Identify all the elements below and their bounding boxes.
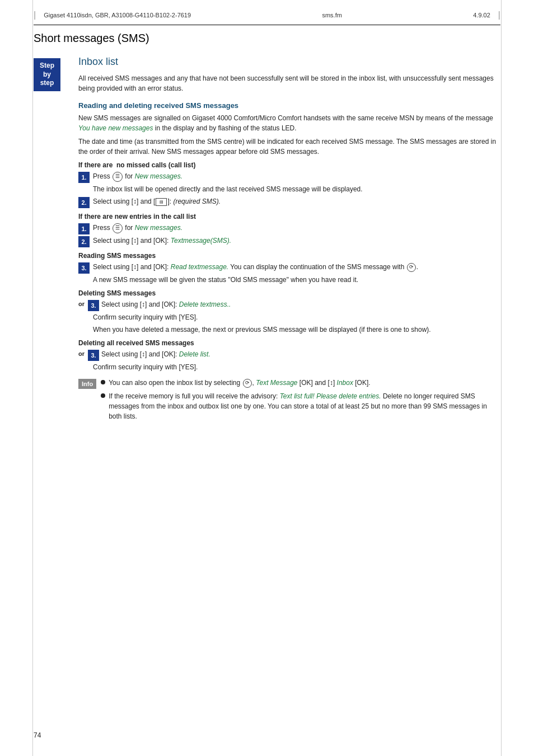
read-textmessage: Read textmessage.: [171, 263, 228, 271]
step-badge: Step by step: [34, 58, 60, 91]
info-bullet-2-text: If the receive memory is full you will r…: [109, 391, 500, 421]
new-entries-heading: If there are new entries in the call lis…: [78, 213, 500, 220]
step-1a-badge: 1.: [78, 172, 90, 183]
para1-end: in the display and by flashing of the st…: [153, 124, 296, 132]
deleting-all-sms-block: Deleting all received SMS messages or 3.…: [78, 339, 500, 372]
menu-icon-1b: ☰: [113, 223, 123, 233]
step-badge-line3: step: [39, 79, 55, 88]
step-2b-badge: 2.: [78, 236, 90, 247]
step3-row-reading: 3. Select using [↕] and [OK]: Read textm…: [78, 262, 500, 274]
new-messages-1b: New messages.: [135, 224, 182, 232]
or-label-delete-all: or: [78, 349, 85, 357]
bullet-dot-2: [101, 393, 105, 398]
reading-sms-para: A new SMS message will be given the stat…: [93, 275, 500, 285]
info-bullet-2: If the receive memory is full you will r…: [101, 391, 500, 421]
nav-icon-info: ⟳: [243, 379, 252, 388]
para1-text: New SMS messages are signalled on Gigase…: [78, 114, 493, 122]
text-list-full: Text list full! Please delete entries.: [280, 392, 381, 400]
step-3-delete-all-badge: 3.: [88, 350, 99, 361]
step2-row-a: 2. Select using [↕] and [▤]: (required S…: [78, 196, 500, 208]
text-message-info: Text Message: [256, 379, 297, 387]
page-title: Short messages (SMS): [34, 32, 500, 45]
reading-sms-heading: Reading SMS messages: [78, 252, 500, 260]
info-bullet-1-text: You can also open the inbox list by sele…: [109, 378, 370, 388]
content-area: Inbox list All received SMS messages and…: [73, 56, 500, 425]
delete-all-confirm: Confirm security inquiry with [YES].: [93, 362, 500, 372]
new-messages-1a: New messages.: [135, 172, 182, 180]
header-left: | Gigaset 4110isdn, GBR, A31008-G4110-B1…: [34, 10, 191, 20]
page-wrapper: | Gigaset 4110isdn, GBR, A31008-G4110-B1…: [0, 0, 534, 756]
menu-icon-1a: ☰: [113, 172, 123, 182]
no-missed-calls-block: If there are no missed calls (call list)…: [78, 161, 500, 208]
page-title-area: Short messages (SMS): [0, 25, 534, 45]
deleting-sms-block: Deleting SMS messages or 3. Select using…: [78, 289, 500, 335]
step-3-delete-text: Select using [↕] and [OK]: Delete textme…: [101, 299, 231, 309]
textmessage-sms: Textmessage(SMS).: [171, 237, 231, 245]
step-3-reading-text: Select using [↕] and [OK]: Read textmess…: [93, 262, 418, 272]
or-step3-row-delete: or 3. Select using [↕] and [OK]: Delete …: [78, 299, 500, 311]
info-bullet-1: You can also open the inbox list by sele…: [101, 378, 500, 388]
deleting-sms-heading: Deleting SMS messages: [78, 289, 500, 297]
step-2a-badge: 2.: [78, 197, 90, 208]
no-missed-calls-heading: If there are no missed calls (call list): [78, 161, 500, 169]
header-date: 4.9.02: [473, 12, 490, 18]
step-3-delete-badge: 3.: [88, 300, 99, 311]
step1-row-a: 1. Press ☰ for New messages.: [78, 171, 500, 183]
step-2a-text: Select using [↕] and [▤]: (required SMS)…: [93, 196, 221, 206]
info-content: You can also open the inbox list by sele…: [101, 378, 500, 425]
nav-icon-reading: ⟳: [407, 263, 416, 272]
main-content: Step by step Inbox list All received SMS…: [0, 45, 534, 447]
step1-row-b: 1. Press ☰ for New messages.: [78, 223, 500, 234]
inbox-info: Inbox: [337, 379, 353, 387]
header-product: Gigaset 4110isdn, GBR, A31008-G4110-B102…: [44, 12, 191, 18]
step-3-delete-all-text: Select using [↕] and [OK]: Delete list.: [101, 349, 210, 359]
or-label-delete: or: [78, 299, 85, 307]
delete-textmess: Delete textmess..: [179, 300, 231, 308]
step-badge-line2: by: [39, 71, 55, 79]
step2-row-b: 2. Select using [↕] and [OK]: Textmessag…: [78, 236, 500, 247]
step-1a-subtext: The inbox list will be opened directly a…: [93, 184, 500, 194]
para2: The date and time (as transmitted from t…: [78, 137, 500, 157]
new-entries-block: If there are new entries in the call lis…: [78, 213, 500, 247]
deleting-all-sms-heading: Deleting all received SMS messages: [78, 339, 500, 347]
step-1b-badge: 1.: [78, 223, 90, 234]
delete-confirm-line2: When you have deleted a message, the nex…: [93, 325, 500, 335]
step-1b-text: Press ☰ for New messages.: [93, 223, 182, 233]
or-step3-row-delete-all: or 3. Select using [↕] and [OK]: Delete …: [78, 349, 500, 361]
step-3-reading-badge: 3.: [78, 262, 90, 274]
header-filename: sms.fm: [322, 12, 341, 18]
page-number: 74: [34, 731, 41, 739]
reading-sms-block: Reading SMS messages 3. Select using [↕]…: [78, 252, 500, 285]
intro-paragraph: All received SMS messages and any that h…: [78, 73, 500, 93]
step-1a-text: Press ☰ for New messages.: [93, 171, 182, 182]
para1-italic: You have new messages: [78, 124, 153, 132]
header-bar: | Gigaset 4110isdn, GBR, A31008-G4110-B1…: [0, 0, 534, 25]
section-title: Inbox list: [78, 56, 500, 68]
bullet-dot-1: [101, 380, 105, 384]
delete-confirm-line1: Confirm security inquiry with [YES].: [93, 312, 500, 322]
step-2b-text: Select using [↕] and [OK]: Textmessage(S…: [93, 236, 231, 246]
sms-icon-2a: ▤: [156, 198, 167, 206]
sidebar: Step by step: [34, 56, 73, 425]
delete-list: Delete list.: [179, 350, 210, 358]
header-pipe-left: |: [34, 10, 36, 20]
subsection-reading-heading: Reading and deleting received SMS messag…: [78, 101, 500, 110]
info-badge: Info: [78, 379, 96, 389]
info-box: Info You can also open the inbox list by…: [78, 378, 500, 425]
step-badge-line1: Step: [39, 62, 55, 71]
header-pipe-right: |: [498, 10, 500, 20]
para1: New SMS messages are signalled on Gigase…: [78, 113, 500, 133]
